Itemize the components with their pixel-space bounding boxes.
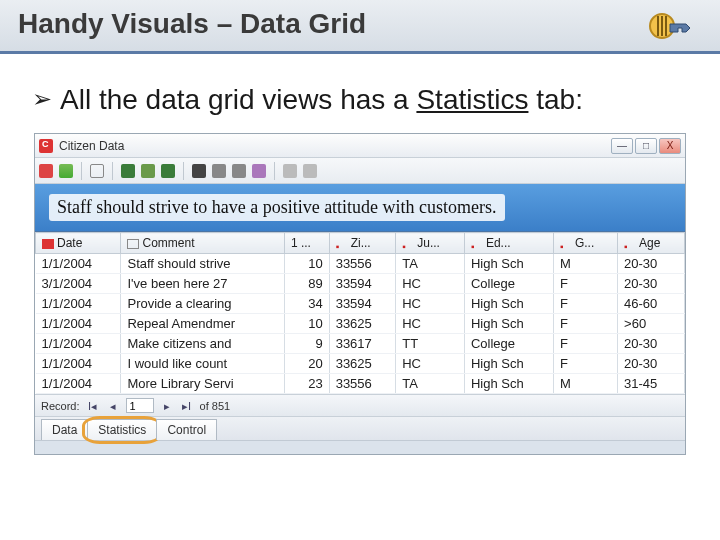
col-ju[interactable]: Ju... [396, 233, 465, 254]
cell-date: 1/1/2004 [36, 354, 121, 374]
title-bar: Citizen Data — □ X [35, 134, 685, 158]
col-c1[interactable]: 1 ... [284, 233, 329, 254]
toolbar-icon-8[interactable] [212, 164, 226, 178]
cell-comment: Make citizens and [121, 334, 284, 354]
cell-g: M [553, 254, 617, 274]
cell-comment: Repeal Amendmer [121, 314, 284, 334]
cell-ed: College [464, 334, 553, 354]
cell-ju: HC [396, 314, 465, 334]
cell-date: 1/1/2004 [36, 294, 121, 314]
toolbar-icon-1[interactable] [39, 164, 53, 178]
cell-c1: 34 [284, 294, 329, 314]
maximize-button[interactable]: □ [635, 138, 657, 154]
toolbar-icon-9[interactable] [232, 164, 246, 178]
table-row[interactable]: 1/1/2004Repeal Amendmer1033625HCHigh Sch… [36, 314, 685, 334]
table-row[interactable]: 1/1/2004Staff should strive1033556TAHigh… [36, 254, 685, 274]
close-button[interactable]: X [659, 138, 681, 154]
bullet-text: All the data grid views has a Statistics… [60, 82, 680, 117]
toolbar [35, 158, 685, 184]
cell-date: 1/1/2004 [36, 334, 121, 354]
cell-zi: 33556 [329, 374, 396, 394]
key-logo-icon [640, 6, 700, 46]
bullet-block: All the data grid views has a Statistics… [0, 54, 720, 127]
toolbar-icon-7[interactable] [192, 164, 206, 178]
data-grid: Date Comment 1 ... Zi... Ju... Ed... G..… [35, 232, 685, 394]
cell-g: F [553, 334, 617, 354]
cell-c1: 89 [284, 274, 329, 294]
window-title: Citizen Data [59, 139, 609, 153]
cell-c1: 10 [284, 254, 329, 274]
cell-comment: I've been here 27 [121, 274, 284, 294]
col-date[interactable]: Date [36, 233, 121, 254]
table-row[interactable]: 1/1/2004I would like count2033625HCHigh … [36, 354, 685, 374]
table-row[interactable]: 1/1/2004More Library Servi2333556TAHigh … [36, 374, 685, 394]
toolbar-icon-11[interactable] [283, 164, 297, 178]
cell-zi: 33617 [329, 334, 396, 354]
tab-statistics[interactable]: Statistics [87, 419, 157, 440]
col-age[interactable]: Age [618, 233, 685, 254]
toolbar-icon-10[interactable] [252, 164, 266, 178]
cell-ju: HC [396, 294, 465, 314]
table-row[interactable]: 3/1/2004I've been here 278933594HCColleg… [36, 274, 685, 294]
tab-control[interactable]: Control [156, 419, 217, 440]
cell-g: F [553, 314, 617, 334]
nav-label: Record: [41, 400, 80, 412]
cell-ju: HC [396, 354, 465, 374]
tab-data[interactable]: Data [41, 419, 88, 440]
cell-zi: 33556 [329, 254, 396, 274]
table-row[interactable]: 1/1/2004Provide a clearing3433594HCHigh … [36, 294, 685, 314]
cell-age: 31-45 [618, 374, 685, 394]
cell-zi: 33625 [329, 354, 396, 374]
col-ed[interactable]: Ed... [464, 233, 553, 254]
cell-comment: Provide a clearing [121, 294, 284, 314]
bullet-suffix: tab: [528, 84, 582, 115]
cell-age: 20-30 [618, 354, 685, 374]
nav-total: of 851 [200, 400, 231, 412]
nav-prev-icon[interactable]: ◂ [106, 399, 120, 413]
col-zi[interactable]: Zi... [329, 233, 396, 254]
record-navigator: Record: I◂ ◂ ▸ ▸I of 851 [35, 394, 685, 416]
cell-date: 3/1/2004 [36, 274, 121, 294]
cell-g: M [553, 374, 617, 394]
toolbar-icon-3[interactable] [90, 164, 104, 178]
nav-next-icon[interactable]: ▸ [160, 399, 174, 413]
cell-comment: Staff should strive [121, 254, 284, 274]
cell-ed: High Sch [464, 374, 553, 394]
nav-first-icon[interactable]: I◂ [86, 399, 100, 413]
separator-icon [81, 162, 82, 180]
nav-position-input[interactable] [126, 398, 154, 413]
cell-ju: TA [396, 374, 465, 394]
cell-age: 20-30 [618, 334, 685, 354]
header-row: Date Comment 1 ... Zi... Ju... Ed... G..… [36, 233, 685, 254]
cell-ed: College [464, 274, 553, 294]
toolbar-icon-2[interactable] [59, 164, 73, 178]
slide-title: Handy Visuals – Data Grid [18, 8, 702, 40]
nav-last-icon[interactable]: ▸I [180, 399, 194, 413]
toolbar-icon-12[interactable] [303, 164, 317, 178]
toolbar-icon-5[interactable] [141, 164, 155, 178]
banner-text: Staff should strive to have a positive a… [49, 194, 505, 221]
cell-c1: 9 [284, 334, 329, 354]
cell-ed: High Sch [464, 314, 553, 334]
minimize-button[interactable]: — [611, 138, 633, 154]
cell-g: F [553, 294, 617, 314]
tab-strip: Data Statistics Control [35, 416, 685, 440]
separator-icon [112, 162, 113, 180]
col-g[interactable]: G... [553, 233, 617, 254]
detail-banner: Staff should strive to have a positive a… [35, 184, 685, 232]
col-comment[interactable]: Comment [121, 233, 284, 254]
toolbar-icon-4[interactable] [121, 164, 135, 178]
bullet-prefix: All the data grid views has a [60, 84, 416, 115]
separator-icon [183, 162, 184, 180]
cell-ju: HC [396, 274, 465, 294]
cell-date: 1/1/2004 [36, 254, 121, 274]
cell-ju: TT [396, 334, 465, 354]
toolbar-icon-6[interactable] [161, 164, 175, 178]
table-row[interactable]: 1/1/2004Make citizens and933617TTCollege… [36, 334, 685, 354]
cell-c1: 10 [284, 314, 329, 334]
cell-ed: High Sch [464, 354, 553, 374]
cell-c1: 20 [284, 354, 329, 374]
cell-ed: High Sch [464, 254, 553, 274]
slide-header: Handy Visuals – Data Grid [0, 0, 720, 54]
cell-c1: 23 [284, 374, 329, 394]
